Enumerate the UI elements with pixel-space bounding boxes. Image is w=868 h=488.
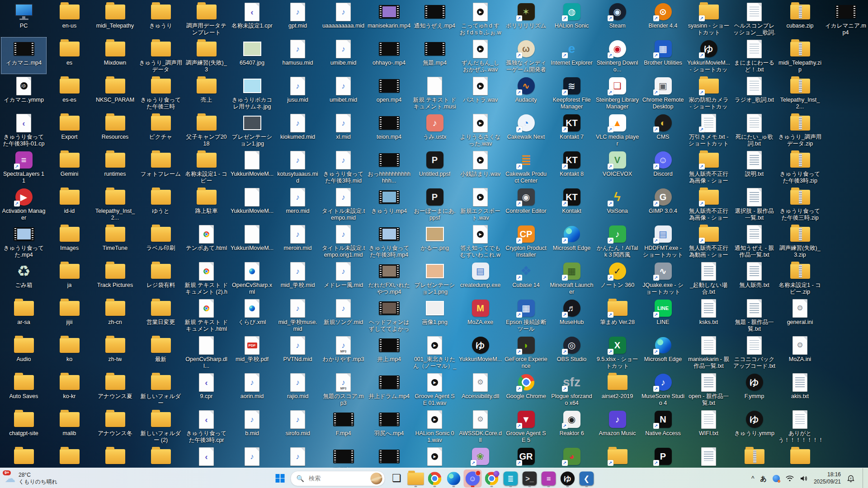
taskbar-app-chrome-profile[interactable]	[483, 469, 501, 488]
desktop-icon[interactable]: ▦↗Minecraft Launcher	[549, 259, 594, 296]
desktop-icon[interactable]: ‹きゅうり食ってた午後3時-01.cpr	[1, 111, 47, 148]
desktop-icon[interactable]: Pおーぼーまにあ.ppsf	[412, 185, 458, 222]
desktop-icon[interactable]: 画像1.png	[412, 296, 458, 333]
desktop-icon[interactable]: ◉↗Steinberg Downlo...	[594, 37, 640, 74]
desktop-icon[interactable]: ♪mero.mid	[275, 185, 321, 222]
desktop-icon[interactable]: ▦↗Epson 接続診断ツール	[503, 296, 549, 333]
desktop-icon[interactable]: ♪meroin.mid	[275, 222, 321, 259]
desktop-icon[interactable]: ♪xl.mid	[321, 111, 366, 148]
desktop-icon[interactable]: きゅうり食ってた.mp4	[1, 222, 47, 259]
desktop-icon[interactable]: malib	[47, 408, 92, 445]
desktop-icon[interactable]: WIFI.txt	[686, 408, 731, 445]
desktop-icon[interactable]: Auto Saves	[1, 371, 47, 408]
desktop-icon[interactable]: midi_Telepathy	[92, 0, 138, 37]
desktop-icon[interactable]: YukkuriMovieM...	[229, 222, 275, 259]
desktop-icon[interactable]: 新規 テキスト ドキュメント.html	[184, 296, 229, 333]
notification-bell-icon[interactable]: z	[847, 475, 855, 482]
desktop-icon[interactable]: ▶↗Activation Manager	[1, 185, 47, 222]
desktop-icon[interactable]: プレゼンテーション1.png	[412, 259, 458, 296]
desktop-icon[interactable]: ♪uaaaaaaaaa.mid	[321, 0, 366, 37]
desktop-icon[interactable]: アナウンス夏	[92, 371, 138, 408]
desktop-icon[interactable]: YukkuriMovieM...	[229, 185, 275, 222]
desktop-icon[interactable]: 新規 テキスト ドキュメント.musicxml	[412, 74, 458, 111]
desktop-icon[interactable]: ニコニコバックアップコード.txt	[731, 333, 777, 371]
desktop-icon[interactable]: NKSC_PARAM	[92, 74, 138, 111]
desktop-icon[interactable]: open.mp4	[366, 74, 412, 111]
desktop-icon[interactable]: Telepathy_Inst_2...	[92, 185, 138, 222]
desktop-icon[interactable]: ♪タイトル未設定.tempo.orig1.mid	[321, 222, 366, 259]
desktop-icon[interactable]: ♪	[275, 445, 321, 468]
desktop-icon[interactable]: manisekarin.mp4	[366, 0, 412, 37]
desktop-icon[interactable]: 新しいフォルダー (2)	[138, 408, 184, 445]
desktop-icon[interactable]: MMoZA.exe	[458, 296, 503, 333]
desktop-icon[interactable]: PDFmid_学校.pdf	[229, 333, 275, 371]
desktop-icon[interactable]: 新しいフォルダー (4)	[777, 445, 823, 468]
desktop-icon[interactable]: id-id	[47, 185, 92, 222]
desktop-icon[interactable]: ↗Google Chrome	[503, 371, 549, 408]
desktop-icon[interactable]: ゆきゅうり.ymmp	[731, 408, 777, 445]
desktop-icon[interactable]: ◔↗Cakewalk Next	[503, 111, 549, 148]
desktop-icon[interactable]: 井上ドラム.mp4	[366, 371, 412, 408]
desktop-icon[interactable]: zh-tw	[92, 333, 138, 371]
desktop-icon[interactable]: akis.txt	[777, 371, 823, 408]
desktop-icon[interactable]: G↗GIMP 3.0.4	[640, 185, 686, 222]
desktop-icon[interactable]: ラジオ_歌詞.txt	[731, 74, 777, 111]
desktop-icon[interactable]: ♪↗MuseScore Studio 4	[640, 371, 686, 408]
desktop-icon[interactable]: ♪umibe.mid	[321, 37, 366, 74]
desktop-icon[interactable]: TimeTune	[92, 222, 138, 259]
desktop-icon[interactable]: 新しいフォルダー	[138, 371, 184, 408]
desktop-icon[interactable]: ヘッドフォンはずしててよかっt.mp4	[366, 296, 412, 333]
desktop-icon[interactable]: ♪新規ソング.mid	[321, 296, 366, 333]
desktop-icon[interactable]: ▶答え知ってでもむずいわこれ.wav	[458, 222, 503, 259]
desktop-icon[interactable]: sfz↗Plogue sforzando x64	[549, 371, 594, 408]
desktop-icon[interactable]: 死にたい_ゅ歌詞.txt	[731, 111, 777, 148]
desktop-icon[interactable]: きゅうり_調声用データ	[138, 37, 184, 74]
desktop-icon[interactable]: きゅうり食ってた午後三時.zip	[777, 185, 823, 222]
desktop-icon[interactable]: ko-kr	[47, 371, 92, 408]
taskbar-app-file-explorer[interactable]	[407, 469, 425, 488]
desktop-icon[interactable]: ♪aorin.mid	[229, 371, 275, 408]
desktop-icon[interactable]: Audio.zi...	[731, 445, 777, 468]
desktop-icon[interactable]	[1, 445, 47, 468]
desktop-icon[interactable]: _起動しない場合.txt	[686, 259, 731, 296]
desktop-icon[interactable]: ♪↗かんたん！AITalk 3 関西風	[594, 222, 640, 259]
desktop-icon[interactable]: かるー.png	[412, 222, 458, 259]
desktop-icon[interactable]: ♪rajio.mid	[275, 371, 321, 408]
desktop-icon[interactable]: X↗9.5.xlsx - ショートカット	[594, 333, 640, 371]
desktop-icon[interactable]: ohhayo-.mp4	[366, 37, 412, 74]
desktop-icon[interactable]: ksks.txt	[686, 296, 731, 333]
desktop-icon[interactable]: ♪メドレー風.mid	[321, 259, 366, 296]
desktop-icon[interactable]: 名称未設定1 - コピー	[184, 148, 229, 185]
desktop-icon[interactable]: ♪きゅうり食ってた午後3時.mid	[321, 148, 366, 185]
desktop-icon[interactable]: ↗...ショートカ	[594, 445, 640, 468]
desktop-icon[interactable]: ko	[47, 333, 92, 371]
desktop-icon[interactable]: 新規 テキスト ドキュメント (2).html	[184, 259, 229, 296]
desktop-icon[interactable]: es	[47, 37, 92, 74]
desktop-icon[interactable]: まにまにわーるど！.txt	[731, 37, 777, 74]
taskbar-app-task-view[interactable]: ❏	[388, 469, 406, 488]
desktop-icon[interactable]: Track Pictures	[92, 259, 138, 296]
desktop-icon[interactable]: ▶よりうるさくなった.wav	[458, 111, 503, 148]
desktop-icon[interactable]: ▶ずんだもん_しおかぜふ.wav	[458, 37, 503, 74]
desktop-icon[interactable]: ゆYukkuriMovieM...	[458, 333, 503, 371]
desktop-icon[interactable]: 通知うぜえ - 親作品一覧.txt	[731, 222, 777, 259]
desktop-icon[interactable]: 父子キャンプ2018	[184, 111, 229, 148]
desktop-icon[interactable]: ♪b.mid	[229, 408, 275, 445]
desktop-icon[interactable]: ◗↗GeForce Experience	[503, 333, 549, 371]
desktop-icon[interactable]: KT↗Kontakt 8	[549, 148, 594, 185]
desktop-icon[interactable]: ⚙Accessibility.dll	[458, 371, 503, 408]
desktop-icon[interactable]: 選択肢 - 親作品一覧.txt	[731, 185, 777, 222]
desktop-icon[interactable]: ♪タイトル未設定.tempo.mid	[321, 185, 366, 222]
desktop-icon[interactable]: Images	[47, 222, 92, 259]
desktop-icon[interactable]: ♪PVTNd.mid	[275, 333, 321, 371]
desktop-icon[interactable]: OpenCvSharp.xml	[229, 259, 275, 296]
desktop-icon[interactable]: 調声練習(失敗)_3	[184, 37, 229, 74]
desktop-icon[interactable]: midi_Telepathy.zip	[777, 37, 823, 74]
desktop-icon[interactable]: ▦↗Brother Utilities	[640, 37, 686, 74]
desktop-icon[interactable]: ▼↗Groove Agent SE 5	[503, 408, 549, 445]
desktop-icon[interactable]: ‹名称未設定1.cpr	[229, 0, 275, 37]
desktop-icon[interactable]: ◐↗CMS	[640, 111, 686, 148]
desktop-icon[interactable]: クリスタグミ	[92, 445, 138, 468]
desktop-icon[interactable]: e↗Internet Explorer	[549, 37, 594, 74]
desktop-icon[interactable]: ≋↗Keepforest File Manager	[549, 74, 594, 111]
